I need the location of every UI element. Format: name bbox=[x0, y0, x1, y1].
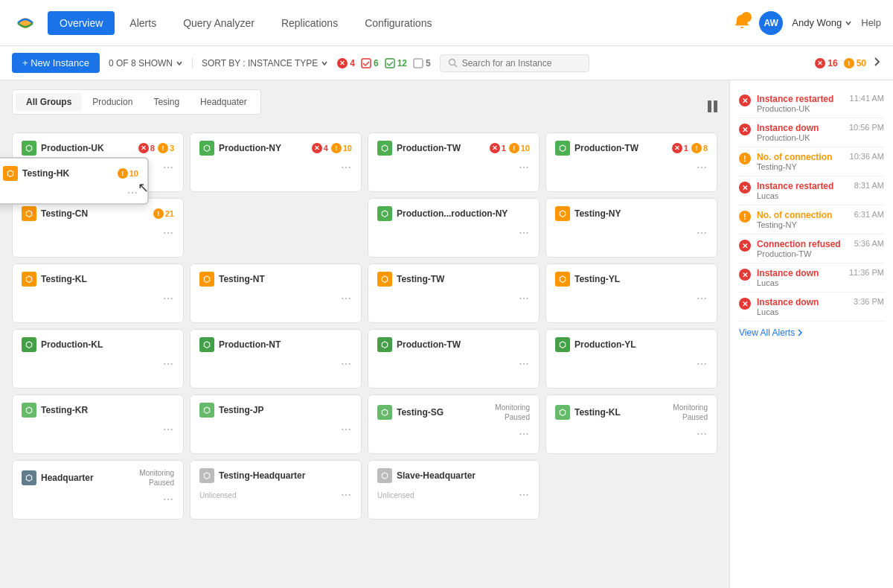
user-name[interactable]: Andy Wong bbox=[792, 17, 852, 28]
card-menu[interactable]: ⋯ bbox=[697, 428, 708, 440]
instance-card[interactable]: ⬡ Production-TW ✕1 !8 ⋯ bbox=[545, 132, 717, 192]
instance-card[interactable]: ⬡ Production-NY ✕4 !10 ⋯ bbox=[190, 132, 362, 192]
instance-card[interactable]: ⬡ Testing-JP ⋯ bbox=[190, 394, 362, 454]
alert-item: ✕ Instance restarted Lucas 8:31 AM bbox=[739, 176, 884, 205]
alert-item: ✕ Instance down Production-UK 10:56 PM bbox=[739, 118, 884, 147]
alert-item: ! No. of connection Testing-NY 6:31 AM bbox=[739, 205, 884, 234]
card-menu[interactable]: ⋯ bbox=[163, 424, 174, 435]
bell-button[interactable] bbox=[734, 13, 750, 32]
svg-rect-0 bbox=[362, 59, 371, 68]
sort-by[interactable]: SORT BY : INSTANCE TYPE bbox=[192, 58, 328, 68]
tab-overview[interactable]: Overview bbox=[48, 11, 115, 35]
filter-badge-red[interactable]: ✕ 4 bbox=[337, 58, 355, 68]
unlicensed-label: Unlicensed bbox=[377, 491, 519, 499]
tab-replications[interactable]: Replications bbox=[269, 11, 350, 35]
alert-title[interactable]: Instance restarted bbox=[757, 181, 848, 191]
instance-card[interactable]: ⬡ Production...roduction-NY ⋯ bbox=[368, 198, 540, 258]
view-all-alerts-button[interactable]: View All Alerts bbox=[739, 327, 884, 338]
instance-card[interactable]: ⬡ Headquarter MonitoringPaused ⋯ bbox=[12, 460, 184, 520]
card-menu[interactable]: ⋯ bbox=[341, 489, 352, 501]
tooltip-card[interactable]: ⬡ Testing-HK !10 ⋯ bbox=[0, 157, 149, 205]
instances-grid: ⬡ Production-UK ✕8 !3 ⋯ ⬡ Production-NY … bbox=[12, 132, 717, 520]
search-box[interactable] bbox=[440, 54, 589, 72]
alert-warning-icon: ! bbox=[739, 211, 751, 223]
card-menu[interactable]: ⋯ bbox=[519, 489, 530, 501]
card-menu[interactable]: ⋯ bbox=[163, 293, 174, 304]
alert-item: ✕ Instance down Lucas 3:36 PM bbox=[739, 293, 884, 322]
svg-point-3 bbox=[449, 60, 455, 65]
tab-query-analyzer[interactable]: Query Analyzer bbox=[171, 11, 266, 35]
help-button[interactable]: Help bbox=[861, 17, 881, 28]
instance-icon: ⬡ bbox=[22, 272, 36, 287]
alert-title[interactable]: Connection refused bbox=[757, 239, 848, 249]
instance-card[interactable]: ⬡ Testing-KL ⋯ bbox=[12, 263, 184, 323]
card-menu[interactable]: ⋯ bbox=[519, 162, 530, 173]
total-warning-badge[interactable]: ! 50 bbox=[844, 58, 866, 68]
instance-card[interactable]: ⬡ Production-KL ⋯ bbox=[12, 329, 184, 389]
instance-card[interactable]: ⬡ Testing-CN !21 ⋯ bbox=[12, 198, 184, 258]
group-tab-testing[interactable]: Tesing bbox=[143, 93, 190, 111]
unlicensed-label: Unlicensed bbox=[199, 491, 341, 499]
instance-icon: ⬡ bbox=[199, 403, 214, 418]
pause-button[interactable] bbox=[708, 100, 717, 112]
card-menu[interactable]: ⋯ bbox=[163, 162, 174, 173]
alert-title[interactable]: No. of connection bbox=[757, 152, 844, 162]
alert-title[interactable]: Instance down bbox=[757, 297, 848, 307]
instance-card[interactable]: ⬡ Testing-TW ⋯ bbox=[368, 263, 540, 323]
alert-sub: Production-UK bbox=[757, 133, 843, 142]
cursor-icon: ↖ bbox=[138, 179, 149, 196]
group-tab-headquarter[interactable]: Headquater bbox=[190, 93, 257, 111]
instance-card[interactable]: ⬡ Testing-NT ⋯ bbox=[190, 263, 362, 323]
instance-icon: ⬡ bbox=[377, 405, 392, 420]
total-error-badge[interactable]: ✕ 16 bbox=[815, 58, 837, 68]
card-menu[interactable]: ⋯ bbox=[127, 187, 138, 199]
instance-card[interactable]: ⬡ Testing-KL MonitoringPaused ⋯ bbox=[545, 394, 717, 454]
alert-item: ✕ Instance restarted Production-UK 11:41… bbox=[739, 89, 884, 118]
tab-alerts[interactable]: Alerts bbox=[118, 11, 168, 35]
new-instance-button[interactable]: + New Instance bbox=[12, 53, 100, 73]
card-menu[interactable]: ⋯ bbox=[697, 293, 708, 304]
alert-title[interactable]: No. of connection bbox=[757, 210, 848, 220]
card-menu[interactable]: ⋯ bbox=[697, 162, 708, 173]
card-menu[interactable]: ⋯ bbox=[519, 227, 530, 239]
instance-card[interactable]: ⬡ Testing-YL ⋯ bbox=[545, 263, 717, 323]
card-menu[interactable]: ⋯ bbox=[341, 424, 352, 435]
instance-card[interactable]: ⬡ Testing-Headquarter Unlicensed ⋯ bbox=[190, 460, 362, 520]
filter-badge-green[interactable]: 6 bbox=[361, 58, 379, 68]
card-menu[interactable]: ⋯ bbox=[341, 162, 352, 173]
instance-card[interactable]: ⬡ Production-TW ⋯ bbox=[368, 329, 540, 389]
card-menu[interactable]: ⋯ bbox=[519, 358, 530, 370]
card-menu[interactable]: ⋯ bbox=[697, 227, 708, 239]
alert-title[interactable]: Instance restarted bbox=[757, 94, 844, 104]
card-menu[interactable]: ⋯ bbox=[341, 358, 352, 370]
instance-card[interactable]: ⬡ Production-TW ✕1 !10 ⋯ bbox=[368, 132, 540, 192]
instance-card[interactable]: ⬡ Testing-SG MonitoringPaused ⋯ bbox=[368, 394, 540, 454]
alert-title[interactable]: Instance down bbox=[757, 268, 843, 278]
alert-sub: Testing-NY bbox=[757, 220, 848, 229]
instance-card[interactable]: ⬡ Production-YL ⋯ bbox=[545, 329, 717, 389]
instance-icon: ⬡ bbox=[22, 470, 36, 485]
alert-title[interactable]: Instance down bbox=[757, 123, 843, 133]
group-tab-all[interactable]: All Groups bbox=[16, 93, 82, 111]
card-menu[interactable]: ⋯ bbox=[163, 493, 174, 505]
card-menu[interactable]: ⋯ bbox=[519, 428, 530, 440]
alert-sub: Lucas bbox=[757, 307, 848, 316]
instance-card[interactable]: ⬡ Testing-KR ⋯ bbox=[12, 394, 184, 454]
group-tab-production[interactable]: Producion bbox=[82, 93, 143, 111]
instance-card[interactable]: ⬡ Testing-NY ⋯ bbox=[545, 198, 717, 258]
card-menu[interactable]: ⋯ bbox=[163, 227, 174, 239]
tab-configurations[interactable]: Configurations bbox=[353, 11, 444, 35]
search-input[interactable] bbox=[462, 58, 581, 68]
instance-icon: ⬡ bbox=[3, 166, 18, 181]
shown-count[interactable]: 0 OF 8 SHOWN bbox=[109, 58, 183, 68]
filter-badge-gray[interactable]: 5 bbox=[413, 58, 431, 68]
content-area: All Groups Producion Tesing Headquater ⬡… bbox=[0, 80, 729, 588]
card-menu[interactable]: ⋯ bbox=[341, 293, 352, 304]
chevron-right-icon[interactable] bbox=[872, 56, 881, 70]
card-menu[interactable]: ⋯ bbox=[163, 358, 174, 370]
filter-badge-green2[interactable]: 12 bbox=[385, 58, 407, 68]
card-menu[interactable]: ⋯ bbox=[519, 293, 530, 304]
instance-card[interactable]: ⬡ Slave-Headquarter Unlicensed ⋯ bbox=[368, 460, 540, 520]
instance-card[interactable]: ⬡ Production-NT ⋯ bbox=[190, 329, 362, 389]
card-menu[interactable]: ⋯ bbox=[697, 358, 708, 370]
